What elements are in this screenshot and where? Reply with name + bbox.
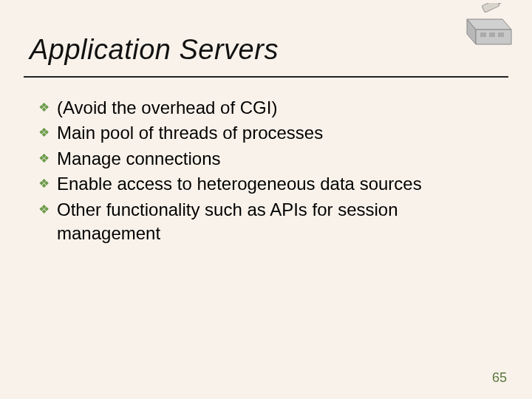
slide-title: Application Servers — [30, 34, 279, 66]
list-item-text: Manage connections — [57, 147, 489, 171]
diamond-bullet-icon: ❖ — [38, 121, 50, 145]
diamond-bullet-icon: ❖ — [38, 198, 50, 222]
diamond-bullet-icon: ❖ — [38, 172, 50, 196]
page-number: 65 — [492, 370, 507, 386]
slide: Application Servers ❖ (Avoid the overhea… — [0, 0, 532, 399]
bullet-list: ❖ (Avoid the overhead of CGI) ❖ Main poo… — [38, 96, 489, 247]
list-item: ❖ Other functionality such as APIs for s… — [38, 198, 489, 246]
list-item: ❖ (Avoid the overhead of CGI) — [38, 96, 489, 120]
svg-rect-5 — [498, 33, 504, 37]
list-item-text: Other functionality such as APIs for ses… — [57, 198, 489, 246]
list-item-text: Enable access to heterogeneous data sour… — [57, 172, 489, 196]
list-item-text: (Avoid the overhead of CGI) — [57, 96, 489, 120]
list-item-text: Main pool of threads of processes — [57, 121, 489, 145]
title-underline — [24, 76, 508, 78]
diamond-bullet-icon: ❖ — [38, 147, 50, 171]
list-item: ❖ Enable access to heterogeneous data so… — [38, 172, 489, 196]
decorative-server-icon — [454, 3, 519, 47]
list-item: ❖ Main pool of threads of processes — [38, 121, 489, 145]
diamond-bullet-icon: ❖ — [38, 96, 50, 120]
svg-rect-6 — [482, 3, 499, 13]
list-item: ❖ Manage connections — [38, 147, 489, 171]
svg-marker-7 — [497, 3, 507, 4]
svg-rect-3 — [480, 33, 486, 37]
svg-rect-4 — [489, 33, 495, 37]
